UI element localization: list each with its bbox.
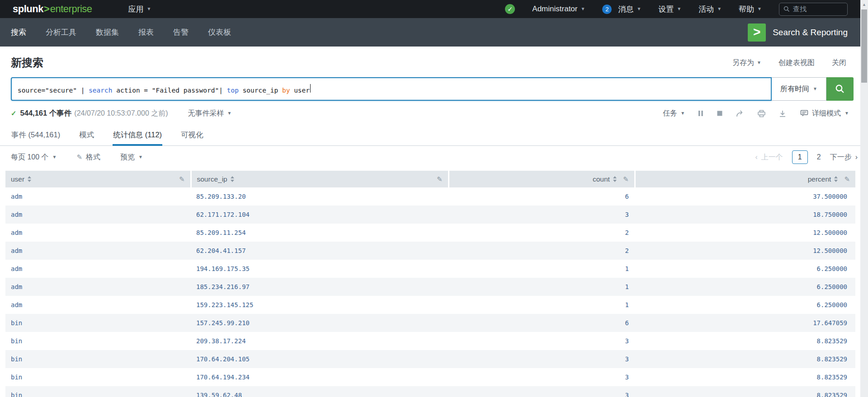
cell-percent[interactable]: 8.823529 bbox=[635, 386, 855, 397]
per-page-menu[interactable]: 每页 100 个 ▼ bbox=[11, 153, 57, 162]
cell-count[interactable]: 6 bbox=[448, 187, 635, 206]
tab-events[interactable]: 事件 (544,161) bbox=[11, 126, 61, 146]
search-button[interactable] bbox=[826, 77, 854, 101]
chevron-down-icon: ▼ bbox=[844, 111, 849, 116]
cell-source_ip[interactable]: 209.38.17.224 bbox=[191, 332, 448, 350]
cell-count[interactable]: 3 bbox=[448, 386, 635, 397]
pause-button[interactable] bbox=[698, 110, 704, 117]
pencil-icon[interactable]: ✎ bbox=[179, 175, 185, 183]
cell-user[interactable]: adm bbox=[5, 278, 191, 296]
cell-percent[interactable]: 8.823529 bbox=[635, 332, 855, 350]
cell-source_ip[interactable]: 157.245.99.210 bbox=[191, 314, 448, 332]
column-header-count[interactable]: count ✎ bbox=[448, 171, 635, 187]
export-button[interactable] bbox=[778, 110, 787, 117]
column-header-user[interactable]: user ✎ bbox=[5, 171, 191, 187]
cell-percent[interactable]: 8.823529 bbox=[635, 368, 855, 386]
time-range-picker[interactable]: 所有时间 ▼ bbox=[772, 77, 826, 101]
cell-source_ip[interactable]: 170.64.204.105 bbox=[191, 350, 448, 368]
vertical-scrollbar[interactable]: ▲ bbox=[860, 0, 868, 397]
appbar-item-2[interactable]: 数据集 bbox=[96, 27, 119, 37]
activity-menu[interactable]: 活动 ▼ bbox=[698, 4, 722, 14]
search-mode-menu[interactable]: 详细模式 ▼ bbox=[800, 109, 849, 118]
cell-percent[interactable]: 6.250000 bbox=[635, 260, 855, 278]
scroll-up-icon[interactable]: ▲ bbox=[860, 2, 868, 7]
format-menu[interactable]: ✎ 格式 bbox=[77, 153, 101, 162]
pencil-icon[interactable]: ✎ bbox=[437, 175, 443, 183]
cell-percent[interactable]: 6.250000 bbox=[635, 296, 855, 314]
next-page-button[interactable]: 下一步 › bbox=[830, 153, 858, 162]
job-menu[interactable]: 任务 ▼ bbox=[663, 109, 685, 118]
cell-count[interactable]: 3 bbox=[448, 350, 635, 368]
cell-source_ip[interactable]: 194.169.175.35 bbox=[191, 260, 448, 278]
appbar-item-0[interactable]: 搜索 bbox=[11, 27, 26, 37]
cell-percent[interactable]: 12.500000 bbox=[635, 224, 855, 242]
cell-user[interactable]: bin bbox=[5, 386, 191, 397]
cell-user[interactable]: adm bbox=[5, 224, 191, 242]
cell-user[interactable]: adm bbox=[5, 187, 191, 206]
cell-source_ip[interactable]: 185.234.216.97 bbox=[191, 278, 448, 296]
stop-button[interactable] bbox=[717, 110, 723, 117]
appbar-item-5[interactable]: 仪表板 bbox=[208, 27, 231, 37]
page-button-2[interactable]: 2 bbox=[817, 153, 821, 161]
cell-source_ip[interactable]: 139.59.62.48 bbox=[191, 386, 448, 397]
cell-source_ip[interactable]: 159.223.145.125 bbox=[191, 296, 448, 314]
cell-percent[interactable]: 12.500000 bbox=[635, 242, 855, 260]
cell-count[interactable]: 3 bbox=[448, 206, 635, 224]
tab-statistics[interactable]: 统计信息 (112) bbox=[113, 126, 162, 146]
pencil-icon[interactable]: ✎ bbox=[844, 175, 850, 183]
cell-user[interactable]: adm bbox=[5, 296, 191, 314]
cell-count[interactable]: 1 bbox=[448, 278, 635, 296]
column-header-percent[interactable]: percent ✎ bbox=[635, 171, 855, 187]
cell-count[interactable]: 1 bbox=[448, 296, 635, 314]
appbar-item-1[interactable]: 分析工具 bbox=[46, 27, 76, 37]
health-status-icon[interactable]: ✓ bbox=[505, 4, 515, 14]
app-menu[interactable]: 应用 ▼ bbox=[128, 4, 151, 14]
cell-user[interactable]: adm bbox=[5, 260, 191, 278]
cell-count[interactable]: 3 bbox=[448, 368, 635, 386]
messages-menu[interactable]: 2 消息 ▼ bbox=[602, 4, 641, 14]
cell-percent[interactable]: 17.647059 bbox=[635, 314, 855, 332]
find-input[interactable]: 查找 bbox=[779, 3, 848, 16]
close-button[interactable]: 关闭 bbox=[832, 58, 846, 68]
pencil-icon[interactable]: ✎ bbox=[623, 175, 629, 183]
settings-menu[interactable]: 设置 ▼ bbox=[658, 4, 681, 14]
cell-user[interactable]: bin bbox=[5, 314, 191, 332]
search-input[interactable]: source="secure" | search action = "Faile… bbox=[11, 77, 772, 101]
cell-source_ip[interactable]: 62.204.41.157 bbox=[191, 242, 448, 260]
cell-count[interactable]: 3 bbox=[448, 332, 635, 350]
cell-percent[interactable]: 8.823529 bbox=[635, 350, 855, 368]
cell-percent[interactable]: 18.750000 bbox=[635, 206, 855, 224]
cell-user[interactable]: adm bbox=[5, 206, 191, 224]
tab-visualization[interactable]: 可视化 bbox=[180, 126, 204, 146]
cell-user[interactable]: bin bbox=[5, 350, 191, 368]
appbar-item-4[interactable]: 告警 bbox=[173, 27, 189, 37]
app-badge[interactable]: > Search & Reporting bbox=[748, 23, 848, 42]
column-header-source-ip[interactable]: source_ip ✎ bbox=[191, 171, 448, 187]
help-menu[interactable]: 帮助 ▼ bbox=[739, 4, 762, 14]
cell-user[interactable]: bin bbox=[5, 368, 191, 386]
splunk-logo[interactable]: splunk > enterprise bbox=[13, 3, 92, 15]
cell-count[interactable]: 2 bbox=[448, 242, 635, 260]
preview-menu[interactable]: 预览 ▼ bbox=[120, 153, 143, 162]
print-button[interactable] bbox=[757, 110, 766, 117]
cell-user[interactable]: bin bbox=[5, 332, 191, 350]
share-button[interactable] bbox=[736, 110, 745, 117]
save-as-button[interactable]: 另存为 ▼ bbox=[732, 58, 761, 68]
user-menu[interactable]: Administrator ▼ bbox=[532, 5, 585, 14]
cell-percent[interactable]: 37.500000 bbox=[635, 187, 855, 206]
event-sampling-menu[interactable]: 无事件采样 ▼ bbox=[188, 109, 232, 118]
cell-percent[interactable]: 6.250000 bbox=[635, 278, 855, 296]
cell-source_ip[interactable]: 62.171.172.104 bbox=[191, 206, 448, 224]
cell-source_ip[interactable]: 170.64.194.234 bbox=[191, 368, 448, 386]
cell-count[interactable]: 1 bbox=[448, 260, 635, 278]
cell-source_ip[interactable]: 85.209.133.20 bbox=[191, 187, 448, 206]
scrollbar-thumb[interactable] bbox=[861, 9, 867, 83]
cell-count[interactable]: 6 bbox=[448, 314, 635, 332]
create-table-view-button[interactable]: 创建表视图 bbox=[778, 58, 815, 68]
tab-patterns[interactable]: 模式 bbox=[79, 126, 94, 146]
appbar-item-3[interactable]: 报表 bbox=[138, 27, 154, 37]
cell-user[interactable]: adm bbox=[5, 242, 191, 260]
page-button-1[interactable]: 1 bbox=[792, 150, 808, 164]
cell-count[interactable]: 2 bbox=[448, 224, 635, 242]
cell-source_ip[interactable]: 85.209.11.254 bbox=[191, 224, 448, 242]
